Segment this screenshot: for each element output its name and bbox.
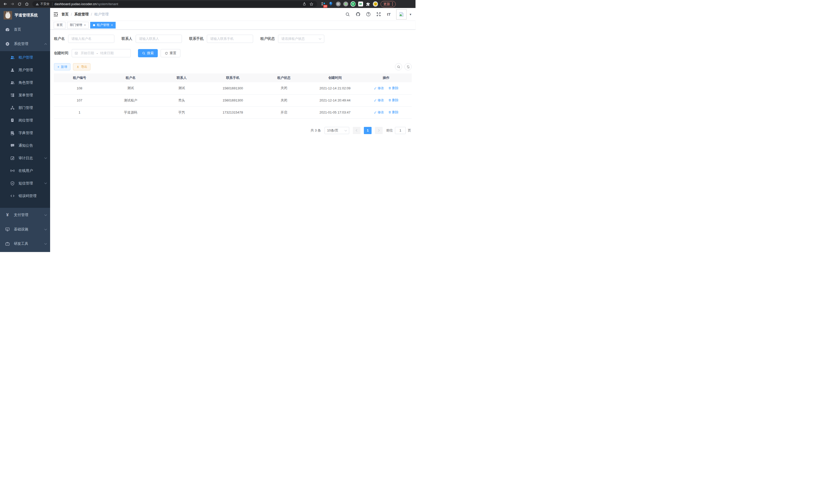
warning-icon <box>35 2 39 6</box>
sidebar-item-user[interactable]: 用户管理 <box>0 64 50 76</box>
browser-profile-avatar[interactable] <box>373 2 378 7</box>
cell-status: 关闭 <box>258 82 309 94</box>
breadcrumb-home[interactable]: 首页 <box>61 12 68 17</box>
close-icon[interactable]: × <box>111 23 113 27</box>
cell-contact: 秃头 <box>156 94 207 106</box>
tab-tenant[interactable]: 租户管理× <box>90 22 116 29</box>
active-dot <box>93 24 95 26</box>
mobile-input[interactable]: 请输入联系手机 <box>207 35 253 43</box>
tab-dept[interactable]: 部门管理× <box>67 22 89 29</box>
search-button[interactable]: 搜索 <box>138 49 158 57</box>
export-button[interactable]: 导出 <box>73 63 90 70</box>
extension-balloon[interactable] <box>328 2 333 7</box>
sidebar-item-pay[interactable]: ¥ 支付管理 <box>0 208 50 222</box>
cell-contact: 测试 <box>156 82 207 94</box>
hide-search-button[interactable] <box>395 63 402 70</box>
user-icon <box>10 68 15 72</box>
message-icon <box>10 143 15 148</box>
download-icon <box>76 65 79 68</box>
fullscreen-button[interactable] <box>374 9 383 20</box>
help-button[interactable] <box>364 9 373 20</box>
sidebar-item-system[interactable]: 系统管理 <box>0 37 50 51</box>
cell-contact: 芋艿 <box>156 106 207 118</box>
browser-update-button[interactable]: 更新 <box>380 1 396 7</box>
cell-name: 芋道源码 <box>105 106 156 118</box>
github-button[interactable] <box>353 9 362 20</box>
trash-icon <box>388 87 391 90</box>
page-size-select[interactable]: 10条/页 <box>324 127 349 134</box>
delete-link[interactable]: 删除 <box>388 110 399 115</box>
date-range-picker[interactable]: 开始日期 - 结束日期 <box>72 49 131 57</box>
edit-link[interactable]: 修改 <box>374 98 384 102</box>
goto-page-input[interactable]: 1 <box>395 127 406 134</box>
chevron-left-icon <box>356 129 359 132</box>
browser-forward-button[interactable] <box>9 1 16 8</box>
refresh-table-button[interactable] <box>404 63 412 70</box>
tenant-users-icon <box>10 55 15 60</box>
close-icon[interactable]: × <box>84 23 86 27</box>
browser-menu-icon[interactable] <box>392 2 393 6</box>
sidebar-item-home[interactable]: 首页 <box>0 22 50 37</box>
browser-reload-button[interactable] <box>16 1 23 8</box>
sidebar-item-dept[interactable]: 部门管理 <box>0 101 50 114</box>
breadcrumb-tenant: 租户管理 <box>94 12 109 17</box>
app-logo-row[interactable]: 芋道管理系统 <box>0 8 50 22</box>
extension-green-dot[interactable] <box>343 2 348 7</box>
prev-page-button[interactable] <box>353 127 361 134</box>
edit-link[interactable]: 修改 <box>374 86 384 90</box>
col-tenant-id: 租户编号 <box>54 73 105 82</box>
sidebar-item-notice[interactable]: 通知公告 <box>0 139 50 152</box>
browser-back-button[interactable] <box>2 1 9 8</box>
delete-link[interactable]: 删除 <box>388 86 399 90</box>
sidebar-item-role[interactable]: 角色管理 <box>0 76 50 89</box>
create-time-label: 创建时间 <box>54 51 68 56</box>
extension-command[interactable]: ⌘ <box>336 2 341 7</box>
sidebar-item-post[interactable]: 岗位管理 <box>0 114 50 127</box>
sidebar-item-audit-log[interactable]: 审计日志 <box>0 152 50 165</box>
sidebar-item-online-users[interactable]: 在线用户 <box>0 165 50 177</box>
sidebar-fold-button[interactable] <box>50 8 61 21</box>
tab-home[interactable]: 首页 <box>54 22 65 29</box>
bookmark-star-button[interactable] <box>308 1 315 8</box>
search-icon <box>397 65 400 68</box>
user-avatar[interactable] <box>396 9 406 20</box>
cell-actions: 修改删除 <box>361 94 412 106</box>
tenant-name-input[interactable]: 请输入租户名 <box>68 35 114 43</box>
reset-button[interactable]: 重置 <box>161 49 180 57</box>
url-bar[interactable]: 不安全 dashboard.yudao.iocoder.cn/system/te… <box>32 1 317 7</box>
status-select[interactable]: 请选择租户状态 <box>278 35 324 43</box>
share-button[interactable] <box>300 1 308 8</box>
chevron-up-icon <box>45 43 47 46</box>
extension-y-green[interactable]: Y <box>350 2 355 7</box>
sidebar-item-infra[interactable]: 基础设施 <box>0 222 50 237</box>
avatar-dropdown-icon[interactable]: ▼ <box>409 13 412 16</box>
fold-icon <box>53 12 58 17</box>
sidebar-item-dict[interactable]: 字典管理 <box>0 127 50 139</box>
col-created: 创建时间 <box>309 73 361 82</box>
breadcrumb-system[interactable]: 系统管理 <box>74 12 89 17</box>
browser-home-button[interactable] <box>23 1 30 8</box>
chevron-down-icon <box>45 242 47 244</box>
current-page-button[interactable]: 1 <box>364 127 372 134</box>
extension-tampermonkey[interactable]: 10 <box>321 2 326 7</box>
next-page-button[interactable] <box>375 127 382 134</box>
add-button[interactable]: + 新增 <box>54 63 70 70</box>
site-security-chip[interactable]: 不安全 <box>34 2 51 6</box>
contact-input[interactable]: 请输入联系人 <box>136 35 182 43</box>
header-search-button[interactable] <box>343 9 352 20</box>
url-text[interactable]: dashboard.yudao.iocoder.cn/system/tenant <box>55 2 118 6</box>
sidebar-item-tenant[interactable]: 租户管理 <box>0 51 50 64</box>
sidebar-item-menu[interactable]: 菜单管理 <box>0 89 50 101</box>
delete-link[interactable]: 删除 <box>388 98 399 102</box>
edit-link[interactable]: 修改 <box>374 110 384 115</box>
extension-chat[interactable] <box>358 2 363 7</box>
security-label: 不安全 <box>40 2 50 6</box>
sidebar-item-devtools[interactable]: 研发工具 <box>0 237 50 251</box>
font-size-button[interactable]: tT <box>384 9 393 20</box>
chevron-down-icon <box>345 129 347 131</box>
sidebar-item-sms[interactable]: 短信管理 <box>0 177 50 189</box>
chevron-down-icon <box>45 213 47 216</box>
extensions-puzzle-button[interactable] <box>365 2 371 7</box>
home-icon <box>25 2 29 6</box>
sidebar-item-error-code[interactable]: 错误码管理 <box>0 189 50 202</box>
